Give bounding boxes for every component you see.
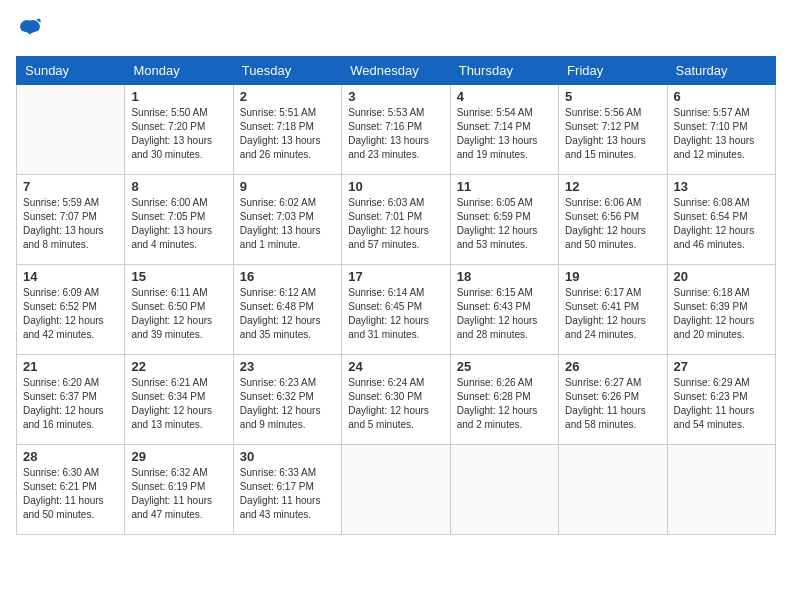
calendar-cell	[17, 85, 125, 175]
week-row-1: 1Sunrise: 5:50 AM Sunset: 7:20 PM Daylig…	[17, 85, 776, 175]
calendar-cell: 7Sunrise: 5:59 AM Sunset: 7:07 PM Daylig…	[17, 175, 125, 265]
day-number: 2	[240, 89, 335, 104]
cell-info: Sunrise: 6:12 AM Sunset: 6:48 PM Dayligh…	[240, 286, 335, 342]
day-number: 30	[240, 449, 335, 464]
cell-info: Sunrise: 6:21 AM Sunset: 6:34 PM Dayligh…	[131, 376, 226, 432]
cell-info: Sunrise: 5:59 AM Sunset: 7:07 PM Dayligh…	[23, 196, 118, 252]
calendar-cell	[450, 445, 558, 535]
day-header-saturday: Saturday	[667, 57, 775, 85]
day-number: 28	[23, 449, 118, 464]
day-number: 7	[23, 179, 118, 194]
day-number: 4	[457, 89, 552, 104]
cell-info: Sunrise: 6:27 AM Sunset: 6:26 PM Dayligh…	[565, 376, 660, 432]
week-row-4: 21Sunrise: 6:20 AM Sunset: 6:37 PM Dayli…	[17, 355, 776, 445]
calendar-cell: 9Sunrise: 6:02 AM Sunset: 7:03 PM Daylig…	[233, 175, 341, 265]
day-header-tuesday: Tuesday	[233, 57, 341, 85]
day-number: 24	[348, 359, 443, 374]
calendar-cell: 29Sunrise: 6:32 AM Sunset: 6:19 PM Dayli…	[125, 445, 233, 535]
day-number: 27	[674, 359, 769, 374]
calendar-cell: 4Sunrise: 5:54 AM Sunset: 7:14 PM Daylig…	[450, 85, 558, 175]
calendar-cell	[342, 445, 450, 535]
calendar-cell: 26Sunrise: 6:27 AM Sunset: 6:26 PM Dayli…	[559, 355, 667, 445]
cell-info: Sunrise: 6:03 AM Sunset: 7:01 PM Dayligh…	[348, 196, 443, 252]
week-row-3: 14Sunrise: 6:09 AM Sunset: 6:52 PM Dayli…	[17, 265, 776, 355]
day-number: 17	[348, 269, 443, 284]
cell-info: Sunrise: 6:18 AM Sunset: 6:39 PM Dayligh…	[674, 286, 769, 342]
day-number: 14	[23, 269, 118, 284]
calendar-cell: 28Sunrise: 6:30 AM Sunset: 6:21 PM Dayli…	[17, 445, 125, 535]
calendar-cell: 14Sunrise: 6:09 AM Sunset: 6:52 PM Dayli…	[17, 265, 125, 355]
calendar-cell: 19Sunrise: 6:17 AM Sunset: 6:41 PM Dayli…	[559, 265, 667, 355]
cell-info: Sunrise: 6:02 AM Sunset: 7:03 PM Dayligh…	[240, 196, 335, 252]
day-header-friday: Friday	[559, 57, 667, 85]
cell-info: Sunrise: 6:29 AM Sunset: 6:23 PM Dayligh…	[674, 376, 769, 432]
calendar-cell: 17Sunrise: 6:14 AM Sunset: 6:45 PM Dayli…	[342, 265, 450, 355]
calendar-cell: 16Sunrise: 6:12 AM Sunset: 6:48 PM Dayli…	[233, 265, 341, 355]
calendar-cell: 8Sunrise: 6:00 AM Sunset: 7:05 PM Daylig…	[125, 175, 233, 265]
day-number: 25	[457, 359, 552, 374]
calendar-cell: 2Sunrise: 5:51 AM Sunset: 7:18 PM Daylig…	[233, 85, 341, 175]
day-number: 21	[23, 359, 118, 374]
day-number: 15	[131, 269, 226, 284]
calendar-cell: 22Sunrise: 6:21 AM Sunset: 6:34 PM Dayli…	[125, 355, 233, 445]
calendar-cell: 10Sunrise: 6:03 AM Sunset: 7:01 PM Dayli…	[342, 175, 450, 265]
calendar-cell: 23Sunrise: 6:23 AM Sunset: 6:32 PM Dayli…	[233, 355, 341, 445]
calendar-cell: 11Sunrise: 6:05 AM Sunset: 6:59 PM Dayli…	[450, 175, 558, 265]
day-number: 10	[348, 179, 443, 194]
day-number: 29	[131, 449, 226, 464]
calendar-cell: 18Sunrise: 6:15 AM Sunset: 6:43 PM Dayli…	[450, 265, 558, 355]
day-header-wednesday: Wednesday	[342, 57, 450, 85]
cell-info: Sunrise: 5:51 AM Sunset: 7:18 PM Dayligh…	[240, 106, 335, 162]
calendar-table: SundayMondayTuesdayWednesdayThursdayFrid…	[16, 56, 776, 535]
cell-info: Sunrise: 6:08 AM Sunset: 6:54 PM Dayligh…	[674, 196, 769, 252]
day-number: 16	[240, 269, 335, 284]
cell-info: Sunrise: 5:53 AM Sunset: 7:16 PM Dayligh…	[348, 106, 443, 162]
calendar-cell: 5Sunrise: 5:56 AM Sunset: 7:12 PM Daylig…	[559, 85, 667, 175]
week-row-2: 7Sunrise: 5:59 AM Sunset: 7:07 PM Daylig…	[17, 175, 776, 265]
day-header-thursday: Thursday	[450, 57, 558, 85]
calendar-cell: 12Sunrise: 6:06 AM Sunset: 6:56 PM Dayli…	[559, 175, 667, 265]
day-number: 3	[348, 89, 443, 104]
day-header-sunday: Sunday	[17, 57, 125, 85]
cell-info: Sunrise: 6:20 AM Sunset: 6:37 PM Dayligh…	[23, 376, 118, 432]
day-number: 23	[240, 359, 335, 374]
cell-info: Sunrise: 6:23 AM Sunset: 6:32 PM Dayligh…	[240, 376, 335, 432]
cell-info: Sunrise: 6:33 AM Sunset: 6:17 PM Dayligh…	[240, 466, 335, 522]
day-number: 19	[565, 269, 660, 284]
calendar-cell: 15Sunrise: 6:11 AM Sunset: 6:50 PM Dayli…	[125, 265, 233, 355]
calendar-cell: 3Sunrise: 5:53 AM Sunset: 7:16 PM Daylig…	[342, 85, 450, 175]
cell-info: Sunrise: 6:26 AM Sunset: 6:28 PM Dayligh…	[457, 376, 552, 432]
day-number: 5	[565, 89, 660, 104]
day-number: 6	[674, 89, 769, 104]
page-header	[16, 16, 776, 44]
cell-info: Sunrise: 5:54 AM Sunset: 7:14 PM Dayligh…	[457, 106, 552, 162]
cell-info: Sunrise: 6:14 AM Sunset: 6:45 PM Dayligh…	[348, 286, 443, 342]
calendar-cell: 21Sunrise: 6:20 AM Sunset: 6:37 PM Dayli…	[17, 355, 125, 445]
calendar-cell: 6Sunrise: 5:57 AM Sunset: 7:10 PM Daylig…	[667, 85, 775, 175]
calendar-cell: 20Sunrise: 6:18 AM Sunset: 6:39 PM Dayli…	[667, 265, 775, 355]
day-number: 22	[131, 359, 226, 374]
calendar-cell: 24Sunrise: 6:24 AM Sunset: 6:30 PM Dayli…	[342, 355, 450, 445]
cell-info: Sunrise: 6:05 AM Sunset: 6:59 PM Dayligh…	[457, 196, 552, 252]
day-number: 8	[131, 179, 226, 194]
day-number: 18	[457, 269, 552, 284]
logo-bird-icon	[16, 16, 44, 44]
cell-info: Sunrise: 6:15 AM Sunset: 6:43 PM Dayligh…	[457, 286, 552, 342]
cell-info: Sunrise: 6:00 AM Sunset: 7:05 PM Dayligh…	[131, 196, 226, 252]
day-header-monday: Monday	[125, 57, 233, 85]
calendar-cell	[667, 445, 775, 535]
day-number: 20	[674, 269, 769, 284]
day-number: 9	[240, 179, 335, 194]
day-number: 12	[565, 179, 660, 194]
cell-info: Sunrise: 5:50 AM Sunset: 7:20 PM Dayligh…	[131, 106, 226, 162]
calendar-cell: 27Sunrise: 6:29 AM Sunset: 6:23 PM Dayli…	[667, 355, 775, 445]
day-number: 1	[131, 89, 226, 104]
cell-info: Sunrise: 6:24 AM Sunset: 6:30 PM Dayligh…	[348, 376, 443, 432]
cell-info: Sunrise: 6:09 AM Sunset: 6:52 PM Dayligh…	[23, 286, 118, 342]
calendar-cell: 1Sunrise: 5:50 AM Sunset: 7:20 PM Daylig…	[125, 85, 233, 175]
day-number: 11	[457, 179, 552, 194]
cell-info: Sunrise: 6:06 AM Sunset: 6:56 PM Dayligh…	[565, 196, 660, 252]
cell-info: Sunrise: 6:30 AM Sunset: 6:21 PM Dayligh…	[23, 466, 118, 522]
cell-info: Sunrise: 6:11 AM Sunset: 6:50 PM Dayligh…	[131, 286, 226, 342]
cell-info: Sunrise: 5:57 AM Sunset: 7:10 PM Dayligh…	[674, 106, 769, 162]
